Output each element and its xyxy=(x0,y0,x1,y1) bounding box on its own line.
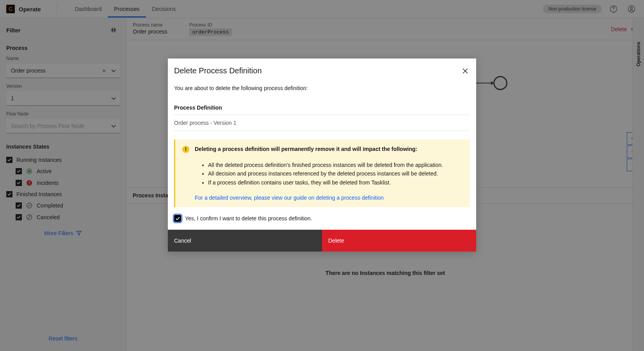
close-icon[interactable] xyxy=(461,66,470,76)
warning-item: If a process definition contains user ta… xyxy=(208,178,464,187)
modal-footer: Cancel Delete xyxy=(168,230,476,252)
warning-icon: ! xyxy=(182,146,189,153)
delete-button[interactable]: Delete xyxy=(322,230,476,252)
modal-body: You are about to delete the following pr… xyxy=(168,76,476,230)
confirm-checkbox[interactable] xyxy=(174,215,181,222)
modal-header: Delete Process Definition xyxy=(168,58,476,76)
modal-intro: You are about to delete the following pr… xyxy=(174,85,470,91)
warning-box: ! Deleting a process definition will per… xyxy=(174,140,470,207)
confirm-text: Yes, I confirm I want to delete this pro… xyxy=(185,215,312,222)
modal-title: Delete Process Definition xyxy=(174,66,262,75)
cancel-button[interactable]: Cancel xyxy=(168,230,322,252)
delete-modal: Delete Process Definition You are about … xyxy=(168,58,476,252)
warning-list: All the deleted process definition's fin… xyxy=(182,161,464,187)
modal-overlay[interactable]: Delete Process Definition You are about … xyxy=(0,0,644,351)
warning-title: Deleting a process definition will perma… xyxy=(195,146,417,152)
definition-label: Process Definition xyxy=(174,105,470,115)
confirm-row[interactable]: Yes, I confirm I want to delete this pro… xyxy=(174,215,470,222)
warning-item: All the deleted process definition's fin… xyxy=(208,161,464,169)
warning-heading: ! Deleting a process definition will per… xyxy=(182,146,464,153)
warning-item: All decision and process instances refer… xyxy=(208,169,464,178)
definition-value: Order process - Version 1 xyxy=(174,115,470,131)
warning-guide-link[interactable]: For a detailed overview, please view our… xyxy=(195,195,464,201)
